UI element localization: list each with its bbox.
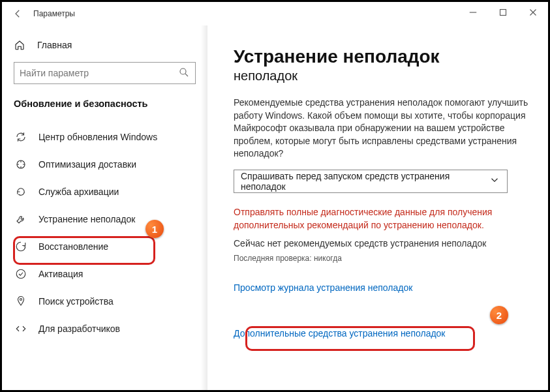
- window-controls: [458, 2, 548, 23]
- sidebar-item-troubleshoot[interactable]: Устранение неполадок: [14, 205, 196, 233]
- main-pane: Устранение неполадок неполадок Рекоменду…: [207, 25, 548, 390]
- search-icon: [178, 67, 190, 80]
- diagnostics-warning: Отправлять полные диагностические данные…: [234, 206, 528, 232]
- refresh-icon: [15, 131, 28, 143]
- backup-icon: [15, 186, 28, 198]
- svg-point-4: [20, 299, 22, 301]
- arrow-left-icon: [12, 8, 23, 20]
- sidebar-item-label: Для разработчиков: [38, 324, 120, 334]
- search-placeholder: Найти параметр: [20, 68, 89, 78]
- description-text: Рекомендуемые средства устранения непола…: [234, 97, 528, 160]
- section-title: Обновление и безопасность: [14, 98, 196, 109]
- home-icon: [14, 39, 27, 51]
- last-check-text: Последняя проверка: никогда: [234, 254, 528, 263]
- home-nav[interactable]: Главная: [14, 32, 196, 58]
- sidebar-item-recovery[interactable]: Восстановление: [14, 233, 196, 260]
- sidebar-item-find-device[interactable]: Поиск устройства: [14, 288, 196, 315]
- window-title: Параметры: [33, 9, 75, 18]
- wrench-icon: [15, 213, 28, 225]
- sidebar-item-label: Устранение неполадок: [38, 214, 135, 224]
- activation-icon: [15, 268, 28, 280]
- chevron-down-icon: [489, 174, 500, 188]
- svg-point-3: [16, 269, 25, 279]
- minimize-button[interactable]: [458, 2, 488, 23]
- dropdown-value: Спрашивать перед запуском средств устран…: [241, 171, 489, 192]
- sidebar-item-activation[interactable]: Активация: [14, 260, 196, 288]
- search-input[interactable]: Найти параметр: [14, 62, 196, 84]
- sidebar-item-developers[interactable]: Для разработчиков: [14, 315, 196, 342]
- home-label: Главная: [37, 40, 72, 50]
- svg-rect-0: [500, 10, 506, 16]
- link-additional-troubleshooters[interactable]: Дополнительные средства устранения непол…: [234, 328, 446, 339]
- sidebar-item-delivery-optimization[interactable]: Оптимизация доставки: [14, 151, 196, 178]
- close-icon: [527, 7, 539, 18]
- page-subtitle: неполадок: [234, 68, 528, 83]
- maximize-button[interactable]: [488, 2, 518, 23]
- status-text: Сейчас нет рекомендуемых средств устране…: [234, 238, 528, 249]
- sidebar-item-label: Восстановление: [38, 241, 108, 252]
- optimization-icon: [15, 158, 28, 170]
- maximize-icon: [497, 7, 509, 18]
- link-history[interactable]: Просмотр журнала устранения неполадок: [234, 282, 528, 293]
- sidebar-item-label: Оптимизация доставки: [38, 159, 136, 170]
- sidebar-item-label: Служба архивации: [38, 187, 119, 197]
- developers-icon: [15, 323, 28, 335]
- sidebar-item-label: Поиск устройства: [38, 296, 114, 307]
- sidebar-item-label: Центр обновления Windows: [38, 132, 157, 142]
- sidebar: Главная Найти параметр Обновление и безо…: [2, 25, 207, 390]
- nav-list: Центр обновления Windows Оптимизация дос…: [14, 123, 196, 342]
- close-button[interactable]: [518, 2, 548, 23]
- troubleshoot-mode-select[interactable]: Спрашивать перед запуском средств устран…: [234, 170, 508, 193]
- sidebar-item-windows-update[interactable]: Центр обновления Windows: [14, 123, 196, 151]
- back-button[interactable]: [10, 6, 25, 22]
- minimize-icon: [467, 7, 479, 18]
- page-title: Устранение неполадок: [234, 46, 528, 67]
- titlebar: Параметры: [2, 2, 548, 25]
- svg-point-1: [180, 68, 186, 74]
- sidebar-item-label: Активация: [38, 269, 83, 279]
- recovery-icon: [15, 241, 28, 252]
- find-device-icon: [15, 295, 28, 307]
- sidebar-item-backup[interactable]: Служба архивации: [14, 178, 196, 205]
